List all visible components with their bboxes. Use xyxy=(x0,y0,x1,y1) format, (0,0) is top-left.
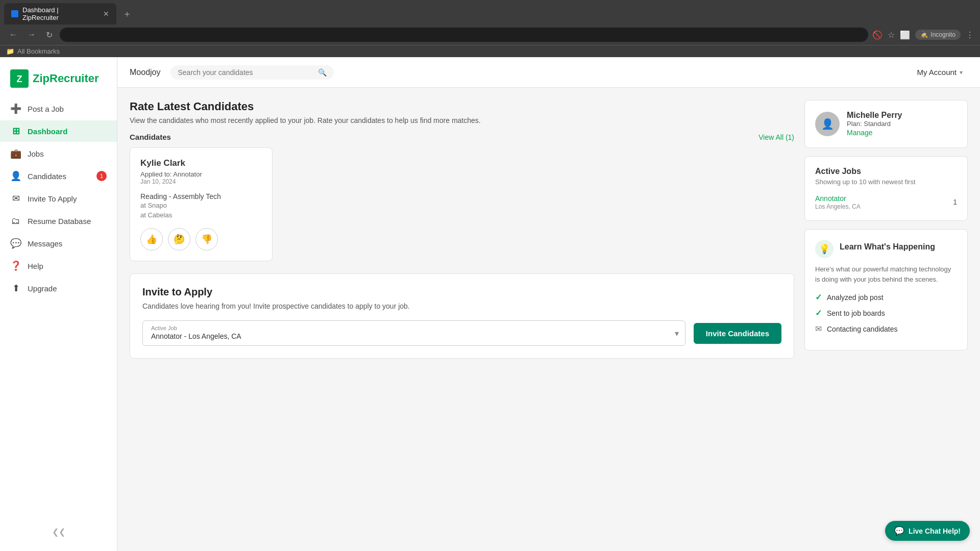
active-tab[interactable]: Dashboard | ZipRecruiter ✕ xyxy=(4,3,116,24)
live-chat-label: Live Chat Help! xyxy=(909,527,961,535)
side-column: 👤 Michelle Perry Plan: Standard Manage xyxy=(804,100,968,539)
sidebar-item-label: Messages xyxy=(28,239,62,248)
invite-to-apply-icon: ✉ xyxy=(10,193,21,204)
menu-icon[interactable]: ⋮ xyxy=(966,30,974,40)
learn-item-label-1: Sent to job boards xyxy=(827,309,885,317)
help-icon: ❓ xyxy=(10,260,21,271)
profile-card: 👤 Michelle Perry Plan: Standard Manage xyxy=(804,100,968,148)
sidebar-item-invite-to-apply[interactable]: ✉ Invite To Apply xyxy=(0,188,117,209)
check-icon-0: ✓ xyxy=(815,292,822,302)
tab-close-button[interactable]: ✕ xyxy=(103,10,109,18)
candidate-actions: 👍 🤔 👎 xyxy=(140,228,262,251)
learn-card: 💡 Learn What's Happening Here's what our… xyxy=(804,229,968,350)
search-input[interactable] xyxy=(178,68,314,77)
rate-candidates-desc: View the candidates who most recently ap… xyxy=(130,116,794,124)
invite-to-apply-section: Invite to Apply Candidates love hearing … xyxy=(130,273,794,359)
sidebar-item-candidates[interactable]: 👤 Candidates 1 xyxy=(0,165,117,187)
active-jobs-title: Active Jobs xyxy=(815,167,957,176)
candidate-card: Kylie Clark Applied to: Annotator Jan 10… xyxy=(130,147,273,261)
invite-candidates-button[interactable]: Invite Candidates xyxy=(694,323,781,344)
page-body: Rate Latest Candidates View the candidat… xyxy=(117,88,980,551)
sidebar-item-label: Invite To Apply xyxy=(28,194,77,203)
candidates-icon: 👤 xyxy=(10,170,21,182)
job-link[interactable]: Annotator xyxy=(815,194,846,203)
rate-candidates-title: Rate Latest Candidates xyxy=(130,100,794,113)
invite-title: Invite to Apply xyxy=(142,286,781,298)
thumbs-up-button[interactable]: 👍 xyxy=(140,228,163,251)
search-bar[interactable]: 🔍 xyxy=(170,65,334,80)
active-jobs-card: Active Jobs Showing up to 10 with newest… xyxy=(804,156,968,221)
sidebar: Z ZipRecruiter ➕ Post a Job ⊞ Dashboard … xyxy=(0,57,117,551)
learn-item-label-2: Contacting candidates xyxy=(827,325,898,333)
sidebar-item-messages[interactable]: 💬 Messages xyxy=(0,233,117,254)
applied-to-job: Annotator xyxy=(173,170,202,178)
active-job-label: Active Job xyxy=(143,321,685,331)
candidate-name: Kylie Clark xyxy=(140,158,262,168)
plan-label: Plan: xyxy=(847,120,862,128)
company-name: Moodjoy xyxy=(130,68,160,77)
learn-icon: 💡 xyxy=(815,240,834,258)
svg-text:Z: Z xyxy=(17,74,22,84)
bookmarks-bar: 📁 All Bookmarks xyxy=(0,45,980,57)
address-bar[interactable]: ziprecruiter.com/dashboard xyxy=(60,28,868,42)
sidebar-item-label: Post a Job xyxy=(28,105,64,113)
sidebar-item-label: Jobs xyxy=(28,149,44,158)
candidates-badge: 1 xyxy=(96,171,107,181)
chat-bubble-icon: 💬 xyxy=(894,526,904,536)
sidebar-nav: ➕ Post a Job ⊞ Dashboard 💼 Jobs 👤 Candid… xyxy=(0,98,117,521)
active-job-select[interactable]: Annotator - Los Angeles, CA xyxy=(143,331,685,345)
maybe-button[interactable]: 🤔 xyxy=(168,228,190,251)
candidates-header: Candidates View All (1) xyxy=(130,133,794,141)
learn-item-1: ✓ Sent to job boards xyxy=(815,308,957,318)
candidates-label: Candidates xyxy=(130,133,171,141)
jobs-icon: 💼 xyxy=(10,148,21,159)
chevron-down-icon: ▾ xyxy=(960,69,963,76)
forward-button[interactable]: → xyxy=(24,28,39,41)
sidebar-item-upgrade[interactable]: ⬆ Upgrade xyxy=(0,278,117,299)
bookmarks-folder-icon: 📁 xyxy=(6,47,14,55)
bookmark-icon[interactable]: ☆ xyxy=(888,30,895,40)
main-content: Moodjoy 🔍 My Account ▾ Rate Latest Candi… xyxy=(117,57,980,551)
split-view-icon[interactable]: ⬜ xyxy=(900,30,910,40)
learn-desc: Here's what our powerful matching techno… xyxy=(815,264,957,284)
header-right: My Account ▾ xyxy=(912,65,968,80)
ziprecruiter-logo-icon: Z xyxy=(10,69,29,88)
sidebar-item-label: Resume Database xyxy=(28,217,91,226)
reload-button[interactable]: ↻ xyxy=(43,28,56,42)
active-job-select-wrapper[interactable]: Active Job Annotator - Los Angeles, CA ▾ xyxy=(142,320,685,346)
thumbs-down-button[interactable]: 👎 xyxy=(195,228,218,251)
new-tab-button[interactable]: ＋ xyxy=(118,6,136,22)
main-column: Rate Latest Candidates View the candidat… xyxy=(130,100,794,539)
upgrade-icon: ⬆ xyxy=(10,283,21,294)
candidate-experience2: at Cabelas xyxy=(140,211,262,219)
sidebar-item-post-a-job[interactable]: ➕ Post a Job xyxy=(0,98,117,119)
applied-to-label: Applied to: xyxy=(140,170,172,178)
messages-icon: 💬 xyxy=(10,238,21,249)
browser-tab-bar: Dashboard | ZipRecruiter ✕ ＋ xyxy=(0,0,980,24)
manage-link[interactable]: Manage xyxy=(847,129,873,137)
sidebar-item-label: Candidates xyxy=(28,172,66,181)
sidebar-item-label: Upgrade xyxy=(28,284,57,293)
live-chat-button[interactable]: 💬 Live Chat Help! xyxy=(885,521,970,541)
sidebar-item-help[interactable]: ❓ Help xyxy=(0,255,117,277)
view-all-link[interactable]: View All (1) xyxy=(758,133,794,141)
plan-value: Standard xyxy=(864,120,891,128)
my-account-button[interactable]: My Account ▾ xyxy=(912,65,968,80)
sidebar-item-jobs[interactable]: 💼 Jobs xyxy=(0,143,117,164)
profile-info: Michelle Perry Plan: Standard Manage xyxy=(847,111,902,137)
sidebar-item-dashboard[interactable]: ⊞ Dashboard xyxy=(0,120,117,142)
sidebar-logo: Z ZipRecruiter xyxy=(0,65,117,98)
check-icon-1: ✓ xyxy=(815,308,822,318)
back-button[interactable]: ← xyxy=(6,28,20,41)
send-icon: ✉ xyxy=(815,324,822,334)
sidebar-collapse-button[interactable]: ❮❮ xyxy=(0,521,117,543)
candidate-date: Jan 10, 2024 xyxy=(140,178,262,185)
profile-name: Michelle Perry xyxy=(847,111,902,120)
learn-item-0: ✓ Analyzed job post xyxy=(815,292,957,302)
incognito-badge: 🕵 Incognito xyxy=(915,30,961,40)
invite-row: Active Job Annotator - Los Angeles, CA ▾… xyxy=(142,320,781,346)
profile-row: 👤 Michelle Perry Plan: Standard Manage xyxy=(815,111,957,137)
my-account-label: My Account xyxy=(917,68,957,77)
sidebar-item-resume-database[interactable]: 🗂 Resume Database xyxy=(0,210,117,232)
nav-actions: 🚫 ☆ ⬜ 🕵 Incognito ⋮ xyxy=(872,30,974,40)
